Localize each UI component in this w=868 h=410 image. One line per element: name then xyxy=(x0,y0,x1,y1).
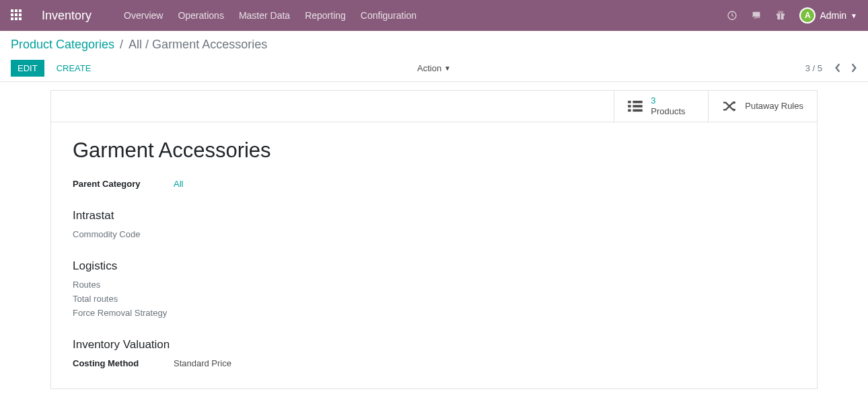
total-routes-label: Total routes xyxy=(73,294,795,304)
pager-next[interactable] xyxy=(851,63,857,73)
stat-products-button[interactable]: 3 Products xyxy=(614,91,708,122)
menu-master-data[interactable]: Master Data xyxy=(239,10,290,21)
action-label: Action xyxy=(417,63,441,73)
svg-rect-7 xyxy=(628,105,631,108)
shuffle-icon xyxy=(722,100,737,112)
topbar-right: A Admin ▼ xyxy=(727,7,857,24)
svg-rect-10 xyxy=(633,105,643,108)
control-panel: Product Categories / All / Garment Acces… xyxy=(0,31,868,82)
avatar: A xyxy=(799,7,816,24)
apps-icon[interactable] xyxy=(11,9,23,22)
chat-icon[interactable] xyxy=(751,10,762,21)
costing-method-value: Standard Price xyxy=(174,358,231,368)
svg-rect-3 xyxy=(781,13,781,19)
topbar: Inventory Overview Operations Master Dat… xyxy=(0,0,868,31)
gift-icon[interactable] xyxy=(775,10,786,21)
menu-overview[interactable]: Overview xyxy=(124,10,163,21)
pager: 3 / 5 xyxy=(805,63,857,73)
costing-method-label: Costing Method xyxy=(73,358,174,368)
menu-reporting[interactable]: Reporting xyxy=(305,10,346,21)
user-menu[interactable]: A Admin ▼ xyxy=(799,7,857,24)
action-dropdown[interactable]: Action ▼ xyxy=(417,63,451,73)
breadcrumb: Product Categories / All / Garment Acces… xyxy=(11,38,857,52)
field-costing-method: Costing Method Standard Price xyxy=(73,358,795,368)
products-label: Products xyxy=(651,106,685,117)
record-title: Garment Accessories xyxy=(73,138,795,163)
breadcrumb-root[interactable]: Product Categories xyxy=(11,38,114,52)
svg-rect-9 xyxy=(633,101,643,104)
svg-rect-8 xyxy=(628,110,631,112)
pager-prev[interactable] xyxy=(834,63,841,73)
pager-text: 3 / 5 xyxy=(805,63,822,73)
force-removal-label: Force Removal Strategy xyxy=(73,308,795,318)
form-sheet-wrapper: 3 Products Putaway Rules Garment Accesso… xyxy=(50,90,818,389)
svg-point-5 xyxy=(781,11,783,13)
parent-category-label: Parent Category xyxy=(73,179,174,189)
menu-operations[interactable]: Operations xyxy=(178,10,223,21)
field-parent-category: Parent Category All xyxy=(73,179,795,189)
main-menu: Overview Operations Master Data Reportin… xyxy=(124,10,417,21)
section-logistics: Logistics xyxy=(73,259,795,273)
button-box: 3 Products Putaway Rules xyxy=(51,91,817,122)
stat-putaway-button[interactable]: Putaway Rules xyxy=(708,91,817,122)
parent-category-value[interactable]: All xyxy=(174,179,183,189)
activity-icon[interactable] xyxy=(727,10,737,21)
form-sheet: 3 Products Putaway Rules Garment Accesso… xyxy=(50,90,818,389)
breadcrumb-separator: / xyxy=(120,38,123,52)
section-valuation: Inventory Valuation xyxy=(73,338,795,352)
menu-configuration[interactable]: Configuration xyxy=(361,10,417,21)
products-count: 3 xyxy=(651,95,685,106)
caret-down-icon: ▼ xyxy=(444,65,451,72)
section-intrastat: Intrastat xyxy=(73,209,795,222)
commodity-code-label: Commodity Code xyxy=(73,229,795,239)
putaway-label: Putaway Rules xyxy=(745,101,803,112)
sheet-body: Garment Accessories Parent Category All … xyxy=(51,122,817,388)
routes-label: Routes xyxy=(73,280,795,290)
svg-rect-11 xyxy=(633,110,643,112)
control-row: Edit Create Action ▼ 3 / 5 xyxy=(11,58,857,77)
breadcrumb-current: All / Garment Accessories xyxy=(129,38,267,52)
list-icon xyxy=(628,100,643,112)
edit-button[interactable]: Edit xyxy=(11,60,44,77)
svg-rect-6 xyxy=(628,101,631,104)
user-name: Admin xyxy=(820,10,846,21)
brand-title: Inventory xyxy=(42,9,92,23)
create-button[interactable]: Create xyxy=(50,60,98,77)
svg-point-4 xyxy=(779,11,781,13)
caret-down-icon: ▼ xyxy=(851,12,857,19)
